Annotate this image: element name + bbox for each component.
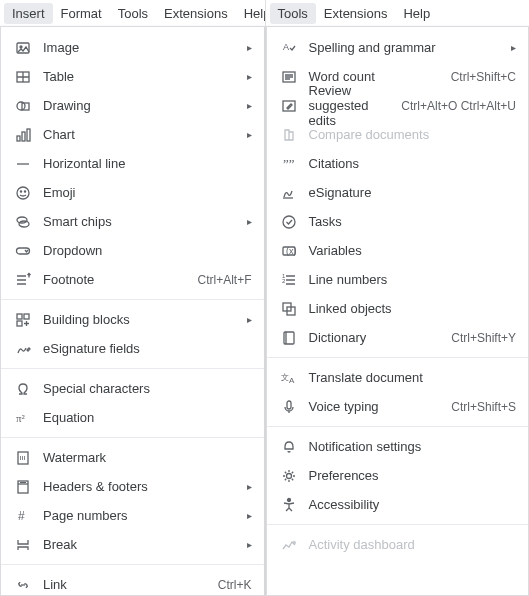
menu-item-label: Page numbers: [37, 508, 242, 523]
menu-item-spelling-and-grammar[interactable]: ASpelling and grammar▸: [267, 33, 529, 62]
submenu-arrow-icon: ▸: [242, 481, 252, 492]
menu-item-label: Footnote: [37, 272, 189, 287]
equation-icon: π²: [15, 410, 37, 426]
menubar-right: ToolsExtensionsHelp: [266, 0, 530, 26]
svg-point-26: [283, 216, 295, 228]
menu-item-translate-document[interactable]: 文ATranslate document: [267, 363, 529, 392]
menu-item-label: Chart: [37, 127, 242, 142]
menu-tools[interactable]: Tools: [270, 3, 316, 24]
svg-text:π²: π²: [16, 412, 26, 424]
menu-tools[interactable]: Tools: [110, 3, 156, 24]
menu-item-smart-chips[interactable]: Smart chips▸: [1, 207, 264, 236]
chips-icon: [15, 214, 37, 230]
menu-item-dropdown[interactable]: Dropdown: [1, 236, 264, 265]
dropdown-icon: [15, 243, 37, 259]
menu-item-label: Dictionary: [303, 330, 444, 345]
svg-rect-36: [287, 401, 291, 409]
insert-menu: Image▸Table▸Drawing▸Chart▸Horizontal lin…: [0, 26, 265, 596]
menu-item-label: eSignature fields: [37, 341, 252, 356]
menu-item-label: Table: [37, 69, 242, 84]
menu-item-emoji[interactable]: Emoji: [1, 178, 264, 207]
drawing-icon: [15, 98, 37, 114]
tasks-icon: [281, 214, 303, 230]
menu-item-image[interactable]: Image▸: [1, 33, 264, 62]
menu-item-chart[interactable]: Chart▸: [1, 120, 264, 149]
image-icon: [15, 40, 37, 56]
submenu-arrow-icon: ▸: [242, 539, 252, 550]
svg-rect-6: [22, 132, 25, 141]
voice-icon: [281, 399, 303, 415]
linenum-icon: 12: [281, 272, 303, 288]
shortcut: Ctrl+Alt+F: [189, 273, 251, 287]
pagenum-icon: #: [15, 508, 37, 524]
menu-item-label: Emoji: [37, 185, 252, 200]
menu-item-label: Activity dashboard: [303, 537, 517, 552]
menu-item-label: Accessibility: [303, 497, 517, 512]
menu-item-horizontal-line[interactable]: Horizontal line: [1, 149, 264, 178]
menu-item-label: Tasks: [303, 214, 517, 229]
menu-item-variables[interactable]: (x)Variables: [267, 236, 529, 265]
menu-item-label: Building blocks: [37, 312, 242, 327]
menu-item-page-numbers[interactable]: #Page numbers▸: [1, 501, 264, 530]
menu-item-watermark[interactable]: Watermark: [1, 443, 264, 472]
omega-icon: [15, 381, 37, 397]
menu-item-review-suggested-edits[interactable]: Review suggested editsCtrl+Alt+O Ctrl+Al…: [267, 91, 529, 120]
menu-item-line-numbers[interactable]: 12Line numbers: [267, 265, 529, 294]
shortcut: Ctrl+K: [210, 578, 252, 592]
svg-text:(x): (x): [286, 246, 297, 256]
wordcount-icon: [281, 69, 303, 85]
menu-extensions[interactable]: Extensions: [316, 3, 396, 24]
menu-item-building-blocks[interactable]: Building blocks▸: [1, 305, 264, 334]
menu-item-link[interactable]: LinkCtrl+K: [1, 570, 264, 596]
menu-item-citations[interactable]: ””Citations: [267, 149, 529, 178]
svg-rect-16: [17, 321, 22, 326]
menu-format[interactable]: Format: [53, 3, 110, 24]
submenu-arrow-icon: ▸: [242, 129, 252, 140]
menu-item-activity-dashboard: Activity dashboard: [267, 530, 529, 559]
menu-item-notification-settings[interactable]: Notification settings: [267, 432, 529, 461]
tools-menu: ASpelling and grammar▸Word countCtrl+Shi…: [266, 26, 530, 596]
menu-item-tasks[interactable]: Tasks: [267, 207, 529, 236]
menu-item-linked-objects[interactable]: Linked objects: [267, 294, 529, 323]
menu-item-voice-typing[interactable]: Voice typingCtrl+Shift+S: [267, 392, 529, 421]
menu-item-drawing[interactable]: Drawing▸: [1, 91, 264, 120]
menu-item-footnote[interactable]: FootnoteCtrl+Alt+F: [1, 265, 264, 294]
menu-item-equation[interactable]: π²Equation: [1, 403, 264, 432]
menu-item-label: Watermark: [37, 450, 252, 465]
separator: [267, 357, 529, 358]
menu-item-label: eSignature: [303, 185, 517, 200]
menu-item-esignature[interactable]: eSignature: [267, 178, 529, 207]
menu-item-label: Compare documents: [303, 127, 517, 142]
separator: [1, 437, 264, 438]
menu-item-accessibility[interactable]: Accessibility: [267, 490, 529, 519]
menu-item-headers-footers[interactable]: Headers & footers▸: [1, 472, 264, 501]
menu-item-label: Linked objects: [303, 301, 517, 316]
bell-icon: [281, 439, 303, 455]
menu-item-preferences[interactable]: Preferences: [267, 461, 529, 490]
esign-icon: [281, 185, 303, 201]
menu-item-esignature-fields[interactable]: eSignature fields: [1, 334, 264, 363]
menu-item-label: Variables: [303, 243, 517, 258]
menu-item-label: Headers & footers: [37, 479, 242, 494]
variables-icon: (x): [281, 243, 303, 259]
emoji-icon: [15, 185, 37, 201]
svg-rect-15: [24, 314, 29, 319]
menu-item-break[interactable]: Break▸: [1, 530, 264, 559]
right-panel: ToolsExtensionsHelp ASpelling and gramma…: [265, 0, 530, 596]
menu-item-label: Line numbers: [303, 272, 517, 287]
menu-item-label: Equation: [37, 410, 252, 425]
menu-insert[interactable]: Insert: [4, 3, 53, 24]
menu-help[interactable]: Help: [395, 3, 438, 24]
menu-extensions[interactable]: Extensions: [156, 3, 236, 24]
prefs-icon: [281, 468, 303, 484]
menu-item-table[interactable]: Table▸: [1, 62, 264, 91]
separator: [267, 426, 529, 427]
menu-item-special-characters[interactable]: Special characters: [1, 374, 264, 403]
svg-text:A: A: [289, 376, 295, 385]
menu-item-dictionary[interactable]: DictionaryCtrl+Shift+Y: [267, 323, 529, 352]
menu-item-label: Dropdown: [37, 243, 252, 258]
menu-item-label: Link: [37, 577, 210, 592]
headers-icon: [15, 479, 37, 495]
blocks-icon: [15, 312, 37, 328]
break-icon: [15, 537, 37, 553]
